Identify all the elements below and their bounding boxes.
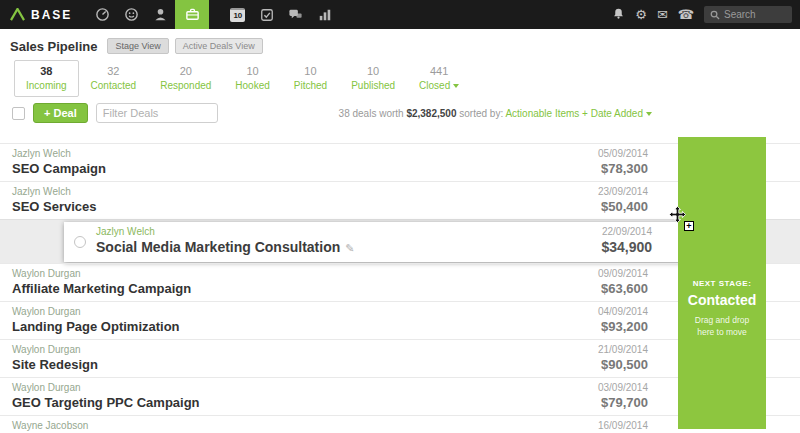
deal-date: 04/09/2014 — [598, 306, 648, 317]
stage-tab-closed[interactable]: 441 Closed — [407, 60, 471, 97]
stage-tab-pitched[interactable]: 10 Pitched — [282, 60, 339, 97]
deal-name[interactable]: Affiliate Marketing Campaign — [12, 281, 788, 296]
next-stage-name: Contacted — [686, 292, 758, 308]
active-deals-view-button[interactable]: Active Deals View — [175, 38, 263, 54]
deal-date: 23/09/2014 — [598, 186, 648, 197]
global-search[interactable] — [704, 6, 792, 23]
chevron-down-icon[interactable] — [646, 112, 652, 116]
deal-value: $79,700 — [598, 395, 648, 410]
search-icon — [710, 6, 720, 24]
deal-date: 09/09/2014 — [598, 268, 648, 279]
summary-sorted-by: sorted by: — [459, 108, 503, 119]
leads-icon[interactable] — [117, 0, 146, 29]
edit-pencil-icon[interactable]: ✎ — [345, 242, 354, 254]
deal-name[interactable]: Site Redesign — [12, 357, 788, 372]
deal-value: $34,900 — [601, 239, 652, 255]
communication-icon[interactable] — [281, 0, 310, 29]
email-envelope-icon[interactable]: ✉ — [657, 8, 668, 21]
deals-toolbar: + Deal 38 deals worth $2,382,500 sorted … — [0, 97, 800, 129]
add-deal-button[interactable]: + Deal — [33, 103, 88, 123]
dragged-deal-card[interactable]: Jazlyn Welch Social Media Marketing Cons… — [64, 222, 692, 262]
deal-contact: Jazlyn Welch — [12, 186, 788, 197]
deal-name[interactable]: SEO Campaign — [12, 161, 788, 176]
deal-value: $93,200 — [598, 319, 648, 334]
base-logo-icon — [10, 8, 25, 21]
stage-tab-incoming[interactable]: 38 Incoming — [14, 60, 79, 97]
deal-name[interactable]: GEO Targeting PPC Campaign — [12, 395, 788, 410]
page-title: Sales Pipeline — [10, 39, 97, 54]
search-input[interactable] — [724, 9, 786, 20]
summary-amount: $2,382,500 — [406, 108, 456, 119]
deals-summary: 38 deals worth $2,382,500 sorted by: Act… — [339, 108, 652, 119]
dropzone-hint: Drag and drop here to move — [686, 314, 758, 339]
chevron-down-icon — [453, 84, 459, 88]
deal-date: 16/09/2014 — [598, 420, 648, 431]
deal-value: $78,300 — [598, 161, 648, 176]
stage-tab-contacted[interactable]: 32 Contacted — [79, 60, 149, 97]
sort-dropdown[interactable]: Actionable Items + Date Added — [505, 108, 643, 119]
deal-value: $63,600 — [598, 281, 648, 296]
stage-tab-published[interactable]: 10 Published — [339, 60, 407, 97]
stage-tab-hooked[interactable]: 10 Hooked — [223, 60, 281, 97]
top-navigation-bar: BASE 10 ⚙ ✉ ☎ — [0, 0, 800, 29]
deal-contact: Waylon Durgan — [12, 306, 788, 317]
deal-value: $50,400 — [598, 199, 648, 214]
settings-gear-icon[interactable]: ⚙ — [635, 8, 647, 21]
calendar-day: 10 — [230, 8, 245, 22]
deal-radio[interactable] — [74, 236, 86, 248]
summary-prefix: 38 deals worth — [339, 108, 404, 119]
phone-icon[interactable]: ☎ — [678, 8, 694, 21]
reports-icon[interactable] — [310, 0, 339, 29]
deal-name[interactable]: Social Media Marketing Consultation — [96, 239, 340, 255]
deal-date: 03/09/2014 — [598, 382, 648, 393]
notifications-bell-icon[interactable] — [612, 7, 625, 22]
deal-contact: Waylon Durgan — [12, 344, 788, 355]
deal-date: 21/09/2014 — [598, 344, 648, 355]
next-stage-dropzone[interactable]: NEXT STAGE: Contacted Drag and drop here… — [678, 137, 766, 429]
brand-name: BASE — [31, 8, 72, 22]
deal-contact: Jazlyn Welch — [12, 148, 788, 159]
tasks-icon[interactable] — [252, 0, 281, 29]
deal-contact: Wayne Jacobson — [12, 420, 788, 431]
brand-logo[interactable]: BASE — [10, 8, 72, 22]
stage-tab-responded[interactable]: 20 Responded — [148, 60, 223, 97]
deal-date: 22/09/2014 — [601, 226, 652, 237]
stage-view-button[interactable]: Stage View — [107, 38, 168, 54]
pipeline-stage-tabs: 38 Incoming 32 Contacted 20 Responded 10… — [14, 60, 800, 97]
select-all-checkbox[interactable] — [12, 107, 25, 120]
deal-contact: Waylon Durgan — [12, 268, 788, 279]
contacts-icon[interactable] — [146, 0, 175, 29]
calendar-icon[interactable]: 10 — [223, 0, 252, 29]
deal-name[interactable]: Landing Page Optimization — [12, 319, 788, 334]
deal-date: 05/09/2014 — [598, 148, 648, 159]
dashboard-icon[interactable] — [88, 0, 117, 29]
page-header: Sales Pipeline Stage View Active Deals V… — [0, 29, 800, 58]
drag-copy-plus-icon: + — [684, 221, 694, 231]
deals-icon[interactable] — [175, 0, 209, 29]
topbar-right-icons: ⚙ ✉ ☎ — [612, 6, 792, 23]
deal-contact: Jazlyn Welch — [96, 226, 652, 237]
filter-deals-input[interactable] — [96, 103, 218, 123]
next-stage-label: NEXT STAGE: — [686, 279, 758, 288]
deal-value: $90,500 — [598, 357, 648, 372]
deal-contact: Waylon Durgan — [12, 382, 788, 393]
